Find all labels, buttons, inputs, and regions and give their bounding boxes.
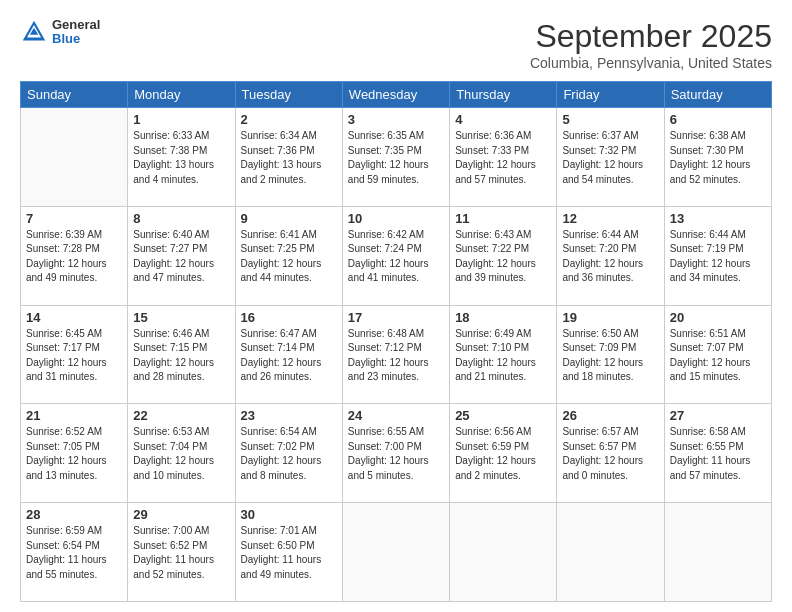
day-info: Sunrise: 6:43 AM Sunset: 7:22 PM Dayligh…	[455, 228, 551, 286]
calendar-week-4: 21Sunrise: 6:52 AM Sunset: 7:05 PM Dayli…	[21, 404, 772, 503]
calendar-week-2: 7Sunrise: 6:39 AM Sunset: 7:28 PM Daylig…	[21, 206, 772, 305]
calendar-cell: 15Sunrise: 6:46 AM Sunset: 7:15 PM Dayli…	[128, 305, 235, 404]
day-info: Sunrise: 6:34 AM Sunset: 7:36 PM Dayligh…	[241, 129, 337, 187]
logo-text: General Blue	[52, 18, 100, 47]
day-info: Sunrise: 6:42 AM Sunset: 7:24 PM Dayligh…	[348, 228, 444, 286]
day-number: 29	[133, 507, 229, 522]
calendar-cell: 2Sunrise: 6:34 AM Sunset: 7:36 PM Daylig…	[235, 108, 342, 207]
day-number: 21	[26, 408, 122, 423]
day-number: 23	[241, 408, 337, 423]
calendar-cell: 6Sunrise: 6:38 AM Sunset: 7:30 PM Daylig…	[664, 108, 771, 207]
day-info: Sunrise: 6:54 AM Sunset: 7:02 PM Dayligh…	[241, 425, 337, 483]
day-info: Sunrise: 6:55 AM Sunset: 7:00 PM Dayligh…	[348, 425, 444, 483]
day-number: 16	[241, 310, 337, 325]
day-number: 12	[562, 211, 658, 226]
calendar-cell	[342, 503, 449, 602]
calendar-cell: 9Sunrise: 6:41 AM Sunset: 7:25 PM Daylig…	[235, 206, 342, 305]
day-info: Sunrise: 6:35 AM Sunset: 7:35 PM Dayligh…	[348, 129, 444, 187]
calendar-week-1: 1Sunrise: 6:33 AM Sunset: 7:38 PM Daylig…	[21, 108, 772, 207]
day-number: 26	[562, 408, 658, 423]
calendar-cell: 21Sunrise: 6:52 AM Sunset: 7:05 PM Dayli…	[21, 404, 128, 503]
col-header-sunday: Sunday	[21, 82, 128, 108]
title-section: September 2025 Columbia, Pennsylvania, U…	[530, 18, 772, 71]
day-number: 19	[562, 310, 658, 325]
calendar-cell: 24Sunrise: 6:55 AM Sunset: 7:00 PM Dayli…	[342, 404, 449, 503]
day-info: Sunrise: 6:44 AM Sunset: 7:19 PM Dayligh…	[670, 228, 766, 286]
day-info: Sunrise: 6:59 AM Sunset: 6:54 PM Dayligh…	[26, 524, 122, 582]
calendar-cell: 28Sunrise: 6:59 AM Sunset: 6:54 PM Dayli…	[21, 503, 128, 602]
day-info: Sunrise: 6:41 AM Sunset: 7:25 PM Dayligh…	[241, 228, 337, 286]
calendar-cell: 8Sunrise: 6:40 AM Sunset: 7:27 PM Daylig…	[128, 206, 235, 305]
day-number: 5	[562, 112, 658, 127]
day-number: 28	[26, 507, 122, 522]
calendar-week-3: 14Sunrise: 6:45 AM Sunset: 7:17 PM Dayli…	[21, 305, 772, 404]
calendar-cell: 13Sunrise: 6:44 AM Sunset: 7:19 PM Dayli…	[664, 206, 771, 305]
day-info: Sunrise: 6:46 AM Sunset: 7:15 PM Dayligh…	[133, 327, 229, 385]
col-header-tuesday: Tuesday	[235, 82, 342, 108]
col-header-wednesday: Wednesday	[342, 82, 449, 108]
day-info: Sunrise: 6:45 AM Sunset: 7:17 PM Dayligh…	[26, 327, 122, 385]
day-info: Sunrise: 6:38 AM Sunset: 7:30 PM Dayligh…	[670, 129, 766, 187]
day-number: 24	[348, 408, 444, 423]
day-number: 22	[133, 408, 229, 423]
title-location: Columbia, Pennsylvania, United States	[530, 55, 772, 71]
logo-blue: Blue	[52, 32, 100, 46]
calendar-cell: 20Sunrise: 6:51 AM Sunset: 7:07 PM Dayli…	[664, 305, 771, 404]
day-info: Sunrise: 7:00 AM Sunset: 6:52 PM Dayligh…	[133, 524, 229, 582]
day-info: Sunrise: 6:48 AM Sunset: 7:12 PM Dayligh…	[348, 327, 444, 385]
day-number: 20	[670, 310, 766, 325]
calendar-cell: 23Sunrise: 6:54 AM Sunset: 7:02 PM Dayli…	[235, 404, 342, 503]
page: General Blue September 2025 Columbia, Pe…	[0, 0, 792, 612]
col-header-friday: Friday	[557, 82, 664, 108]
day-number: 18	[455, 310, 551, 325]
calendar-cell: 12Sunrise: 6:44 AM Sunset: 7:20 PM Dayli…	[557, 206, 664, 305]
calendar-cell	[450, 503, 557, 602]
day-number: 9	[241, 211, 337, 226]
calendar-cell: 3Sunrise: 6:35 AM Sunset: 7:35 PM Daylig…	[342, 108, 449, 207]
calendar-cell: 25Sunrise: 6:56 AM Sunset: 6:59 PM Dayli…	[450, 404, 557, 503]
day-number: 7	[26, 211, 122, 226]
logo-icon	[20, 18, 48, 46]
logo-general: General	[52, 18, 100, 32]
calendar-cell: 1Sunrise: 6:33 AM Sunset: 7:38 PM Daylig…	[128, 108, 235, 207]
day-number: 30	[241, 507, 337, 522]
calendar-cell	[21, 108, 128, 207]
day-number: 15	[133, 310, 229, 325]
title-month: September 2025	[530, 18, 772, 55]
day-info: Sunrise: 6:51 AM Sunset: 7:07 PM Dayligh…	[670, 327, 766, 385]
day-number: 8	[133, 211, 229, 226]
calendar-cell	[557, 503, 664, 602]
calendar-cell: 11Sunrise: 6:43 AM Sunset: 7:22 PM Dayli…	[450, 206, 557, 305]
day-info: Sunrise: 7:01 AM Sunset: 6:50 PM Dayligh…	[241, 524, 337, 582]
day-number: 2	[241, 112, 337, 127]
day-info: Sunrise: 6:58 AM Sunset: 6:55 PM Dayligh…	[670, 425, 766, 483]
day-info: Sunrise: 6:57 AM Sunset: 6:57 PM Dayligh…	[562, 425, 658, 483]
day-number: 13	[670, 211, 766, 226]
day-info: Sunrise: 6:49 AM Sunset: 7:10 PM Dayligh…	[455, 327, 551, 385]
calendar-cell: 26Sunrise: 6:57 AM Sunset: 6:57 PM Dayli…	[557, 404, 664, 503]
day-number: 4	[455, 112, 551, 127]
col-header-thursday: Thursday	[450, 82, 557, 108]
day-info: Sunrise: 6:37 AM Sunset: 7:32 PM Dayligh…	[562, 129, 658, 187]
day-number: 11	[455, 211, 551, 226]
calendar-cell: 29Sunrise: 7:00 AM Sunset: 6:52 PM Dayli…	[128, 503, 235, 602]
day-number: 10	[348, 211, 444, 226]
day-info: Sunrise: 6:52 AM Sunset: 7:05 PM Dayligh…	[26, 425, 122, 483]
day-number: 3	[348, 112, 444, 127]
calendar-cell: 18Sunrise: 6:49 AM Sunset: 7:10 PM Dayli…	[450, 305, 557, 404]
calendar-cell: 5Sunrise: 6:37 AM Sunset: 7:32 PM Daylig…	[557, 108, 664, 207]
col-header-saturday: Saturday	[664, 82, 771, 108]
calendar-cell: 22Sunrise: 6:53 AM Sunset: 7:04 PM Dayli…	[128, 404, 235, 503]
calendar-cell: 10Sunrise: 6:42 AM Sunset: 7:24 PM Dayli…	[342, 206, 449, 305]
day-info: Sunrise: 6:47 AM Sunset: 7:14 PM Dayligh…	[241, 327, 337, 385]
calendar-cell: 14Sunrise: 6:45 AM Sunset: 7:17 PM Dayli…	[21, 305, 128, 404]
day-info: Sunrise: 6:53 AM Sunset: 7:04 PM Dayligh…	[133, 425, 229, 483]
calendar-header-row: SundayMondayTuesdayWednesdayThursdayFrid…	[21, 82, 772, 108]
calendar-cell: 17Sunrise: 6:48 AM Sunset: 7:12 PM Dayli…	[342, 305, 449, 404]
day-info: Sunrise: 6:40 AM Sunset: 7:27 PM Dayligh…	[133, 228, 229, 286]
header: General Blue September 2025 Columbia, Pe…	[20, 18, 772, 71]
calendar-cell: 16Sunrise: 6:47 AM Sunset: 7:14 PM Dayli…	[235, 305, 342, 404]
day-info: Sunrise: 6:39 AM Sunset: 7:28 PM Dayligh…	[26, 228, 122, 286]
day-info: Sunrise: 6:44 AM Sunset: 7:20 PM Dayligh…	[562, 228, 658, 286]
day-number: 27	[670, 408, 766, 423]
